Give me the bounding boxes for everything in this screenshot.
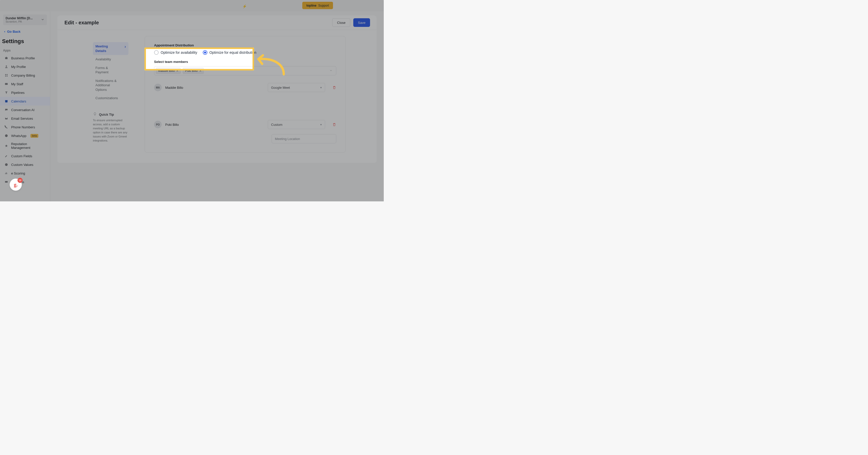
tab-customizations[interactable]: Customizations: [93, 94, 128, 102]
close-button[interactable]: Close: [332, 18, 350, 27]
radio-icon: [154, 50, 159, 55]
sidebar-item-whatsapp[interactable]: WhatsApp beta: [0, 131, 50, 140]
svg-rect-10: [5, 181, 8, 183]
mail-icon: [4, 116, 9, 121]
sidebar-item-custom-fields[interactable]: Custom Fields: [0, 152, 50, 160]
chevron-down-icon: ▾: [320, 123, 322, 126]
grid-icon: [4, 73, 9, 77]
svg-point-0: [6, 65, 7, 67]
remove-chip-icon[interactable]: ✕: [176, 69, 179, 72]
pane-header: Edit - example Close Save: [57, 15, 377, 30]
avatar: MA: [154, 84, 162, 91]
meeting-location-select[interactable]: Google Meet ▾: [268, 83, 325, 92]
briefcase-icon: [4, 56, 9, 60]
svg-rect-4: [7, 75, 8, 76]
svg-rect-3: [5, 75, 6, 76]
account-location: Scranton, PA: [6, 20, 33, 23]
svg-rect-1: [5, 74, 6, 75]
svg-rect-7: [5, 100, 7, 101]
sidebar-item-business-profile[interactable]: Business Profile: [0, 54, 50, 62]
avatar: PO: [154, 121, 162, 128]
tab-notifications[interactable]: Notifications & Additional Options: [93, 76, 128, 94]
whatsapp-icon: [4, 133, 9, 138]
member-name: Poki Billo: [165, 123, 179, 127]
phone-icon: [4, 125, 9, 129]
beta-badge: beta: [30, 134, 38, 138]
sidebar-item-phone-numbers[interactable]: Phone Numbers: [0, 123, 50, 131]
tab-forms-payment[interactable]: Forms & Payment: [93, 64, 128, 76]
form-card: Appointment Distribution Optimize for av…: [145, 36, 346, 153]
chart-icon: [4, 171, 9, 175]
calendar-icon: [4, 99, 9, 103]
card-icon: [4, 180, 9, 184]
sidebar-item-reputation[interactable]: Reputation Management: [0, 140, 50, 152]
select-members-label: Select team members: [154, 60, 336, 64]
team-icon: [4, 82, 9, 86]
svg-point-8: [5, 134, 8, 137]
save-button[interactable]: Save: [353, 18, 370, 27]
sidebar: Dunder Mifflin [D... Scranton, PA Go Bac…: [0, 11, 50, 201]
go-back-link[interactable]: Go Back: [3, 30, 47, 33]
member-chip: Poki Billo ✕: [183, 68, 204, 74]
widget-logo-icon: g.: [14, 182, 18, 188]
sidebar-item-custom-values[interactable]: Custom Values: [0, 160, 50, 169]
account-switcher[interactable]: Dunder Mifflin [D... Scranton, PA: [3, 14, 47, 25]
svg-point-9: [5, 163, 8, 166]
globe-icon: [4, 162, 9, 167]
assistant-widget[interactable]: g. 58: [10, 178, 22, 191]
sidebar-item-email-services[interactable]: Email Services: [0, 114, 50, 123]
chevron-down-icon: [41, 18, 44, 22]
pane-title: Edit - example: [64, 20, 99, 26]
sidebar-item-domains[interactable]: Domains: [0, 177, 50, 186]
sidebar-item-company-billing[interactable]: Company Billing: [0, 71, 50, 79]
distribution-label: Appointment Distribution: [154, 43, 336, 47]
svg-rect-5: [5, 83, 8, 85]
radio-equal-distribution[interactable]: Optimize for equal distribution: [203, 50, 256, 55]
delete-member-button[interactable]: [332, 123, 336, 127]
sidebar-item-conversation-ai[interactable]: Conversation AI: [0, 105, 50, 114]
members-multiselect[interactable]: Maddie Billo ✕ Poki Billo ✕: [154, 66, 336, 75]
meeting-location-select[interactable]: Custom ▾: [268, 120, 325, 129]
sidebar-item-scoring[interactable]: e Scoring: [0, 169, 50, 177]
remove-chip-icon[interactable]: ✕: [199, 69, 202, 72]
sidebar-item-my-profile[interactable]: My Profile: [0, 62, 50, 71]
star-icon: [4, 143, 9, 148]
sidebar-section-apps: Apps: [0, 46, 50, 54]
quick-tip: Quick Tip To ensure uninterrupted access…: [93, 112, 127, 143]
tab-meeting-details[interactable]: Meeting Details: [93, 42, 128, 55]
delete-member-button[interactable]: [332, 86, 336, 90]
user-icon: [4, 64, 9, 69]
radio-selected-icon: [203, 50, 207, 55]
chevron-down-icon: [330, 69, 335, 73]
quick-tip-body: To ensure uninterrupted access, add a cu…: [93, 119, 127, 143]
edit-icon: [4, 154, 9, 158]
radio-availability[interactable]: Optimize for availability: [154, 50, 197, 55]
go-back-label: Go Back: [7, 30, 21, 33]
chat-icon: [4, 107, 9, 112]
svg-rect-2: [7, 74, 8, 75]
main-area: Edit - example Close Save Meeting Detail…: [50, 11, 384, 201]
account-name: Dunder Mifflin [D...: [6, 17, 33, 20]
chevron-down-icon: ▾: [320, 86, 322, 89]
member-name: Maddie Billo: [165, 86, 183, 90]
sidebar-item-calendars[interactable]: Calendars: [0, 97, 50, 105]
chevron-left-icon: [3, 30, 6, 33]
widget-badge-count: 58: [18, 178, 23, 183]
settings-header: Settings: [2, 38, 48, 45]
lightning-icon: ⚡: [242, 4, 247, 8]
top-banner: ⚡ topline Support: [0, 0, 384, 11]
sidebar-item-my-staff[interactable]: My Staff: [0, 79, 50, 88]
support-button[interactable]: topline Support: [302, 2, 333, 9]
tab-availability[interactable]: Availability: [93, 55, 128, 64]
member-chip: Maddie Billo ✕: [156, 68, 181, 74]
sidebar-item-pipelines[interactable]: Pipelines: [0, 88, 50, 97]
lightbulb-icon: [93, 112, 97, 117]
meeting-location-input[interactable]: Meeting Location: [272, 134, 336, 143]
funnel-icon: [4, 90, 9, 95]
